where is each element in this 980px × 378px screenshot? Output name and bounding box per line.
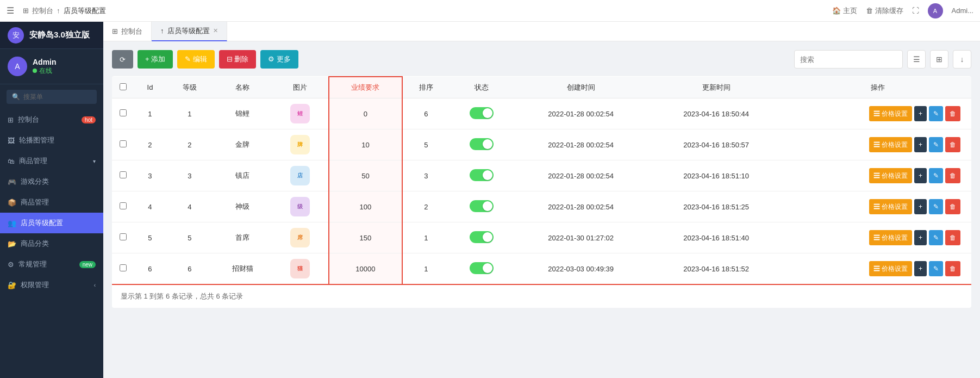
status-toggle[interactable] [470,138,494,150]
cell-status [450,129,513,160]
sidebar-search[interactable]: 🔍 [7,90,97,104]
fullscreen-icon[interactable]: ⛶ [912,7,919,15]
cell-created: 2022-01-28 00:02:54 [513,160,648,191]
row-checkbox-cell [112,191,134,222]
cell-updated: 2023-04-16 18:50:44 [648,98,784,129]
close-tab-icon[interactable]: ✕ [213,27,218,34]
th-sort: 排序 [402,77,450,98]
row-checkbox[interactable] [120,109,127,116]
main: ⊞ 控制台 ↑ 店员等级配置 ✕ ⟳ + 添加 ✎ 编辑 ⊟ 删除 ⚙ 更多 ☰ [103,22,980,378]
cell-performance: 10 [329,129,402,160]
sidebar-item-carousel[interactable]: 🖼 轮播图管理 [0,130,103,151]
add-button[interactable]: + 添加 [138,50,173,69]
th-level: 等级 [166,77,213,98]
category-icon: 📂 [8,240,16,248]
toggle-knob [483,139,492,149]
price-button[interactable]: ☰ 价格设置 [869,137,912,152]
action-delete-button[interactable]: 🗑 [945,106,960,121]
action-edit-button[interactable]: ✎ [929,106,943,121]
new-badge: new [79,261,96,268]
cell-id: 5 [134,222,166,253]
sidebar-item-label: 常规管理 [18,259,47,269]
carousel-icon: 🖼 [8,137,15,145]
sidebar-item-label: 轮播图管理 [19,135,54,145]
sidebar-item-product-manage[interactable]: 📦 商品管理 [0,192,103,213]
delete-button[interactable]: ⊟ 删除 [219,50,257,69]
action-add-button[interactable]: + [914,137,927,152]
action-delete-button[interactable]: 🗑 [945,137,960,152]
refresh-button[interactable]: ⟳ [112,50,133,69]
action-delete-button[interactable]: 🗑 [945,199,960,214]
sidebar-item-dashboard[interactable]: ⊞ 控制台 hot [0,109,103,130]
select-all-checkbox[interactable] [120,83,127,90]
price-button[interactable]: ☰ 价格设置 [869,261,912,276]
th-image: 图片 [272,77,329,98]
sidebar-item-game-category[interactable]: 🎮 游戏分类 [0,171,103,192]
action-edit-button[interactable]: ✎ [929,199,943,214]
price-button[interactable]: ☰ 价格设置 [869,199,912,214]
cell-name: 金牌 [213,129,272,160]
action-add-button[interactable]: + [914,230,927,245]
sidebar-item-general-manage[interactable]: ⚙ 常规管理 new [0,254,103,275]
cell-actions: ☰ 价格设置 + ✎ 🗑 [784,253,971,285]
status-toggle[interactable] [470,107,494,119]
search-input[interactable] [794,50,903,69]
action-add-button[interactable]: + [914,106,927,121]
actions-cell: ☰ 价格设置 + ✎ 🗑 [790,106,965,121]
action-add-button[interactable]: + [914,261,927,276]
action-edit-button[interactable]: ✎ [929,230,943,245]
view-grid-button[interactable]: ⊞ [930,50,948,69]
breadcrumb-home[interactable]: 控制台 [32,6,53,16]
menu-toggle-icon[interactable]: ☰ [7,5,14,16]
row-checkbox[interactable] [120,264,127,271]
cell-actions: ☰ 价格设置 + ✎ 🗑 [784,160,971,191]
edit-button[interactable]: ✎ 编辑 [177,50,215,69]
action-delete-button[interactable]: 🗑 [945,261,960,276]
row-checkbox[interactable] [120,140,127,147]
row-checkbox-cell [112,129,134,160]
admin-label[interactable]: Admi... [952,7,973,15]
th-updated: 更新时间 [648,77,784,98]
product-icon: 📦 [8,199,16,207]
action-delete-button[interactable]: 🗑 [945,168,960,183]
export-button[interactable]: ↓ [953,50,971,69]
cell-name: 锦鲤 [213,98,272,129]
tab-icon: ↑ [160,27,164,35]
search-input[interactable] [23,93,91,101]
actions-cell: ☰ 价格设置 + ✎ 🗑 [790,168,965,183]
status-toggle[interactable] [470,169,494,181]
breadcrumb: ⊞ 控制台 ↑ 店员等级配置 [23,6,106,16]
clear-cache-link[interactable]: 🗑 清除缓存 [866,6,903,16]
cell-id: 6 [134,253,166,285]
row-checkbox[interactable] [120,171,127,178]
sidebar-item-permission[interactable]: 🔐 权限管理 ‹ [0,275,103,295]
status-toggle[interactable] [470,231,494,243]
row-checkbox[interactable] [120,202,127,209]
home-link[interactable]: 🏠 主页 [832,6,857,16]
price-button[interactable]: ☰ 价格设置 [869,106,912,121]
more-button[interactable]: ⚙ 更多 [260,50,298,69]
toggle-knob [483,170,492,180]
price-button[interactable]: ☰ 价格设置 [869,230,912,245]
sidebar-item-product-category[interactable]: 📂 商品分类 [0,233,103,254]
actions-cell: ☰ 价格设置 + ✎ 🗑 [790,137,965,152]
sidebar-item-member-level[interactable]: 👥 店员等级配置 [0,213,103,233]
action-edit-button[interactable]: ✎ [929,137,943,152]
action-delete-button[interactable]: 🗑 [945,230,960,245]
action-edit-button[interactable]: ✎ [929,168,943,183]
cell-level: 3 [166,160,213,191]
view-table-button[interactable]: ☰ [907,50,926,69]
tab-dashboard[interactable]: ⊞ 控制台 [103,22,152,41]
action-edit-button[interactable]: ✎ [929,261,943,276]
tab-member-level[interactable]: ↑ 店员等级配置 ✕ [152,22,227,41]
status-toggle[interactable] [470,200,494,212]
sidebar-item-goods-manage[interactable]: 🛍 商品管理 ▾ [0,151,103,171]
price-button[interactable]: ☰ 价格设置 [869,168,912,183]
action-add-button[interactable]: + [914,199,927,214]
status-toggle[interactable] [470,262,494,274]
cell-name: 镇店 [213,160,272,191]
action-add-button[interactable]: + [914,168,927,183]
row-checkbox[interactable] [120,233,127,240]
cell-performance: 10000 [329,253,402,285]
tab-label: 店员等级配置 [167,26,210,36]
